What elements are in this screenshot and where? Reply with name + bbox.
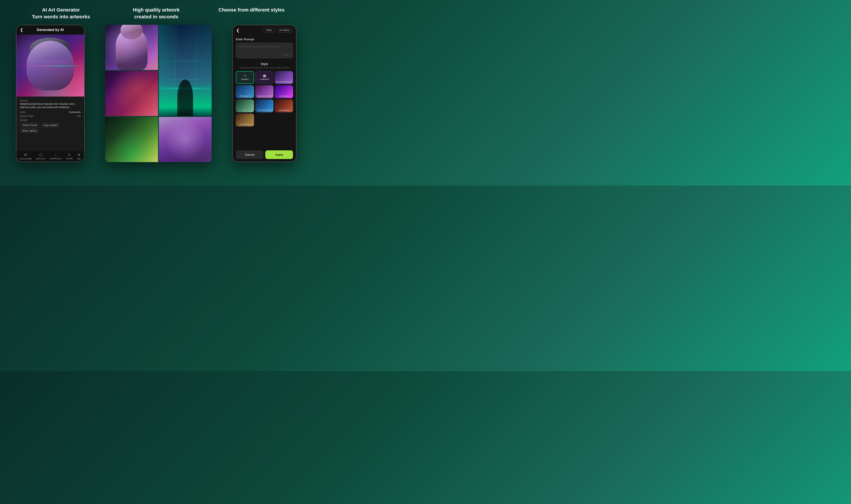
grid-image-2[interactable]: [159, 25, 212, 116]
undefined-icon: 🤖: [263, 74, 266, 77]
grid-image-3[interactable]: [105, 71, 158, 116]
phones-row: ❮ Generated by AI Prompt detailed portra…: [0, 25, 312, 162]
art-gallery-button[interactable]: Art Gallery: [276, 28, 293, 33]
style-label: Style: [20, 111, 25, 113]
phone1-actions: ⟳ ONCE MORE ⬡ MINT NFT ↓ DOWNLOAD ⎋ SHAR…: [16, 151, 84, 162]
phone1-artwork: [16, 35, 84, 96]
once-more-icon: ⟳: [24, 153, 27, 157]
phone3-back-icon[interactable]: ❮: [236, 28, 240, 33]
nft-label: MINT NFT: [36, 158, 46, 160]
details-label: Details: [20, 119, 81, 121]
style-grid: ◇ Random 🤖 Undefined Concept Illustratio…: [236, 71, 293, 126]
once-more-label: ONCE MORE: [19, 158, 32, 160]
nft-icon: ⬡: [39, 153, 42, 157]
phone1-details: Prompt detailed portrait Neon Operator G…: [16, 96, 84, 151]
prompt-section: Enter Prompt Describe the image you are …: [233, 35, 296, 60]
delete-button[interactable]: ✕ DEL: [77, 153, 81, 160]
style-item-anime[interactable]: Japanese Anime: [255, 85, 274, 98]
prompt-text: detailed portrait Neon Operator Girl, fu…: [20, 102, 81, 109]
header-col2: High quality artwork created in seconds: [109, 7, 204, 20]
phone3-header: ❮ FAQs Art Gallery: [233, 25, 296, 35]
style-section-title: Style: [236, 62, 293, 66]
header-title-2: High quality artwork created in seconds: [109, 7, 204, 20]
image-grid: [105, 25, 212, 162]
grid-image-4[interactable]: [105, 117, 158, 162]
mint-nft-button[interactable]: ⬡ MINT NFT: [36, 153, 46, 160]
aspect-label: Aspect Ratio: [20, 115, 34, 118]
header-title-3: Choose from different styles: [204, 7, 299, 14]
apply-button[interactable]: Apply: [265, 150, 293, 159]
style-label-dan: DAN Mumford: [258, 109, 271, 111]
delete-label: DEL: [77, 158, 81, 160]
download-button[interactable]: ↓ DOWNLOAD: [50, 153, 62, 160]
style-item-cyberpunk[interactable]: Cyberpunk: [275, 85, 293, 98]
style-item-art[interactable]: Art Nouveau: [236, 113, 254, 126]
phone1-header: ❮ Generated by AI: [16, 25, 84, 35]
random-icon: ◇: [244, 74, 246, 77]
tag-lighting: Movie Lighting: [20, 129, 39, 133]
style-label-art: Art Nouveau: [239, 123, 250, 126]
style-section-subtitle: Select the style perference of the works…: [236, 67, 293, 69]
style-label-3d: 3D: [244, 109, 246, 111]
style-item-dan[interactable]: DAN Mumford: [255, 100, 274, 112]
prompt-textarea[interactable]: Describe the image you are imagining 0/5…: [236, 43, 293, 58]
grid-image-1[interactable]: [105, 25, 158, 70]
prompt-section-label: Enter Prompt: [236, 38, 293, 41]
prompt-counter: 0/500 ✕: [283, 54, 291, 56]
header-col1: AI Art Generator Turn words into artwork…: [13, 7, 109, 20]
prompt-placeholder: Describe the image you are imagining: [238, 45, 291, 48]
tag-detailed: Super-detailed: [41, 123, 60, 127]
once-more-button[interactable]: ⟳ ONCE MORE: [19, 153, 32, 160]
style-item-photography[interactable]: Photograhy: [236, 85, 254, 98]
style-item-undefined[interactable]: 🤖 Undefined: [255, 71, 274, 84]
share-icon: ⎋: [68, 153, 70, 157]
share-label: SHARE: [66, 158, 73, 160]
style-value: Cyberpunk: [69, 111, 81, 113]
style-item-oil[interactable]: Oil Painting: [275, 100, 293, 112]
grid-image-5[interactable]: [159, 117, 212, 162]
faq-button[interactable]: FAQs: [263, 28, 275, 33]
style-label-concept: Concept Illustration: [276, 81, 293, 83]
phone3-action-bar: Cancel Apply: [233, 148, 296, 162]
tags-row: Perfect Portrait Super-detailed Movie Li…: [20, 123, 81, 133]
cancel-button[interactable]: Cancel: [236, 150, 263, 159]
style-item-concept[interactable]: Concept Illustration: [275, 71, 293, 84]
tag-portrait: Perfect Portrait: [20, 123, 40, 127]
download-icon: ↓: [55, 153, 56, 157]
header-col3: Choose from different styles: [204, 7, 299, 20]
style-label-random: Random: [241, 78, 249, 80]
style-item-random[interactable]: ◇ Random: [236, 71, 254, 84]
share-button[interactable]: ⎋ SHARE: [66, 153, 73, 160]
aspect-value: 1:1: [77, 115, 81, 118]
delete-icon: ✕: [77, 153, 81, 157]
phone1-frame: ❮ Generated by AI Prompt detailed portra…: [16, 25, 85, 162]
style-label-cyberpunk: Cyberpunk: [279, 95, 289, 97]
style-label-photography: Photograhy: [240, 95, 250, 97]
style-section: Style Select the style perference of the…: [233, 60, 296, 148]
clear-icon[interactable]: ✕: [289, 54, 291, 56]
style-label-undefined: Undefined: [260, 78, 269, 80]
header-title-1: AI Art Generator Turn words into artwork…: [13, 7, 109, 20]
style-label-oil: Oil Painting: [279, 109, 289, 111]
phone1-title: Generated by AI: [37, 28, 64, 32]
download-label: DOWNLOAD: [50, 158, 62, 160]
style-label-anime: Japanese Anime: [257, 95, 272, 97]
phone3-frame: ❮ FAQs Art Gallery Enter Prompt Describe…: [232, 25, 296, 162]
prompt-label: Prompt: [20, 99, 81, 102]
phone1-back-icon[interactable]: ❮: [20, 28, 23, 32]
style-item-3d[interactable]: 3D: [236, 100, 254, 112]
header: AI Art Generator Turn words into artwork…: [0, 0, 312, 25]
